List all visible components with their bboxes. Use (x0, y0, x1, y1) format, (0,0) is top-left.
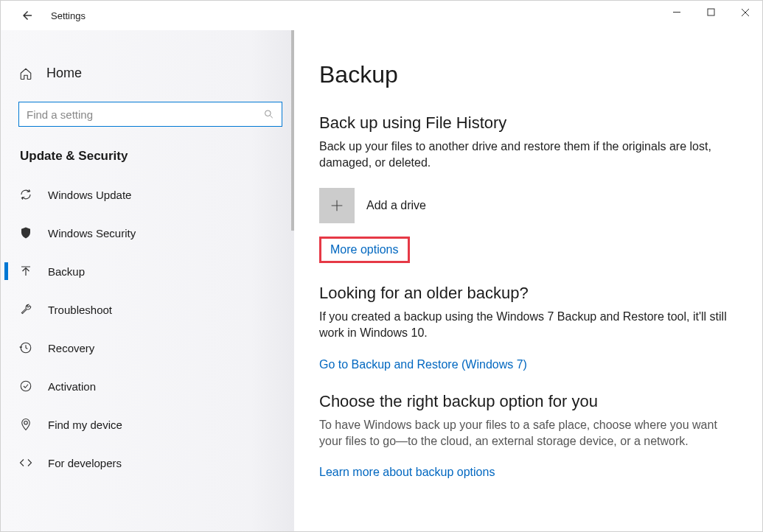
titlebar: Settings (1, 1, 762, 30)
svg-rect-0 (673, 12, 680, 13)
add-drive-button[interactable]: Add a drive (319, 188, 734, 223)
sidebar: Home Update & Security Windows Update Wi… (1, 30, 294, 531)
sidebar-item-windows-security[interactable]: Windows Security (7, 214, 294, 252)
sidebar-item-label: Backup (48, 265, 85, 278)
home-icon (17, 67, 35, 80)
add-drive-label: Add a drive (366, 199, 426, 212)
search-icon (263, 108, 274, 120)
sidebar-item-troubleshoot[interactable]: Troubleshoot (7, 290, 294, 329)
svg-point-2 (265, 111, 271, 116)
sidebar-item-for-developers[interactable]: For developers (7, 444, 294, 482)
sync-icon (17, 188, 35, 201)
sidebar-item-recovery[interactable]: Recovery (7, 329, 294, 367)
maximize-button[interactable] (694, 1, 728, 24)
code-icon (17, 456, 35, 469)
file-history-heading: Back up using File History (319, 113, 734, 133)
search-box[interactable] (18, 102, 282, 127)
sidebar-item-activation[interactable]: Activation (7, 367, 294, 405)
sidebar-item-label: Recovery (48, 342, 94, 354)
maximize-icon (707, 8, 716, 17)
plus-icon (319, 188, 355, 223)
sidebar-item-label: Troubleshoot (48, 304, 112, 316)
wrench-icon (17, 303, 35, 316)
close-icon (741, 8, 750, 17)
shield-icon (17, 226, 35, 239)
minimize-icon (673, 8, 682, 17)
content-area: Home Update & Security Windows Update Wi… (1, 30, 762, 531)
arrow-left-icon (21, 9, 34, 22)
svg-point-3 (21, 381, 31, 391)
learn-more-link[interactable]: Learn more about backup options (319, 466, 495, 479)
sidebar-item-windows-update[interactable]: Windows Update (7, 175, 294, 214)
sidebar-item-backup[interactable]: Backup (7, 252, 294, 290)
choose-option-heading: Choose the right backup option for you (319, 392, 734, 411)
older-backup-heading: Looking for an older backup? (319, 284, 734, 303)
choose-option-description: To have Windows back up your files to a … (319, 417, 732, 450)
backup-restore-link[interactable]: Go to Backup and Restore (Windows 7) (319, 358, 527, 371)
back-button[interactable] (14, 2, 41, 29)
sidebar-home-label: Home (46, 66, 82, 81)
close-button[interactable] (728, 1, 762, 24)
location-icon (17, 418, 35, 431)
sidebar-category: Update & Security (7, 143, 294, 175)
check-circle-icon (17, 379, 35, 393)
main-content: Backup Back up using File History Back u… (294, 30, 762, 531)
sidebar-item-label: Windows Update (48, 189, 131, 201)
sidebar-item-find-my-device[interactable]: Find my device (7, 405, 294, 444)
svg-rect-1 (708, 9, 714, 15)
sidebar-home[interactable]: Home (7, 58, 294, 88)
sidebar-item-label: Windows Security (48, 227, 136, 239)
highlight-annotation: More options (319, 237, 410, 263)
file-history-description: Back up your files to another drive and … (319, 139, 732, 172)
sidebar-item-label: Find my device (48, 419, 122, 431)
page-title: Backup (319, 61, 734, 88)
older-backup-description: If you created a backup using the Window… (319, 309, 732, 342)
spacer (319, 371, 734, 392)
minimize-button[interactable] (661, 1, 694, 24)
backup-arrow-icon (17, 265, 35, 278)
sidebar-item-label: For developers (48, 457, 122, 469)
search-input[interactable] (27, 108, 263, 121)
more-options-link[interactable]: More options (330, 243, 399, 256)
sidebar-item-label: Activation (48, 380, 96, 393)
history-icon (17, 341, 35, 354)
window-title: Settings (51, 10, 86, 21)
window-controls (661, 1, 762, 24)
sidebar-scrollbar[interactable] (291, 30, 294, 531)
